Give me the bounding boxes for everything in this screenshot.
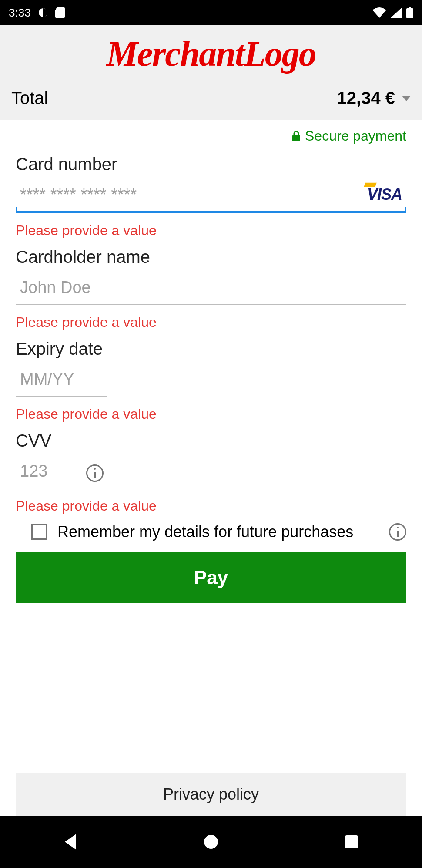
privacy-policy-link[interactable]: Privacy policy — [163, 785, 259, 803]
svg-rect-3 — [292, 135, 300, 141]
signal-icon — [391, 7, 402, 18]
expiry-input[interactable] — [17, 368, 109, 393]
cardholder-input[interactable] — [17, 276, 405, 301]
card-number-input[interactable] — [17, 184, 405, 209]
header: MerchantLogo Total 12,34 € — [0, 25, 422, 120]
remember-label: Remember my details for future purchases — [57, 522, 375, 542]
footer: Privacy policy — [16, 773, 406, 816]
cvv-field: CVV Please provide a value — [16, 431, 406, 517]
remember-info-icon[interactable] — [389, 523, 406, 541]
battery-icon — [406, 7, 413, 18]
remember-row: Remember my details for future purchases — [16, 517, 406, 552]
chevron-down-icon[interactable] — [402, 96, 411, 101]
expiry-label: Expiry date — [16, 339, 406, 359]
expiry-field: Expiry date Please provide a value — [16, 339, 406, 425]
payment-screen: MerchantLogo Total 12,34 € Secure paymen… — [0, 25, 422, 816]
navigation-bar — [0, 816, 422, 868]
secure-payment-badge: Secure payment — [16, 120, 406, 148]
visa-logo: VISA — [367, 185, 404, 203]
total-label: Total — [11, 88, 48, 108]
sd-card-icon — [55, 7, 65, 18]
svg-rect-1 — [409, 7, 411, 8]
expiry-error: Please provide a value — [16, 406, 406, 422]
status-time: 3:33 — [9, 6, 31, 20]
card-number-label: Card number — [16, 155, 406, 174]
cardholder-error: Please provide a value — [16, 314, 406, 330]
wifi-icon — [372, 7, 386, 18]
pay-button[interactable]: Pay — [16, 552, 406, 603]
merchant-logo: MerchantLogo — [106, 34, 316, 74]
card-number-field: Card number VISA Please provide a value — [16, 155, 406, 241]
recents-button[interactable] — [344, 834, 359, 850]
total-amount: 12,34 € — [337, 88, 395, 108]
svg-rect-2 — [406, 8, 413, 18]
home-button[interactable] — [203, 834, 219, 850]
secure-label: Secure payment — [305, 128, 406, 144]
cvv-error: Please provide a value — [16, 498, 406, 514]
remember-checkbox[interactable] — [31, 524, 47, 540]
cardholder-field: Cardholder name Please provide a value — [16, 247, 406, 333]
status-bar: 3:33 — [0, 0, 422, 25]
back-button[interactable] — [63, 834, 78, 850]
cardholder-label: Cardholder name — [16, 247, 406, 267]
lock-icon — [292, 131, 301, 142]
card-number-error: Please provide a value — [16, 222, 406, 239]
cvv-input[interactable] — [17, 460, 83, 485]
cvv-info-icon[interactable] — [86, 464, 104, 482]
app-icon — [38, 7, 48, 18]
total-row[interactable]: Total 12,34 € — [0, 80, 422, 120]
cvv-label: CVV — [16, 431, 406, 451]
